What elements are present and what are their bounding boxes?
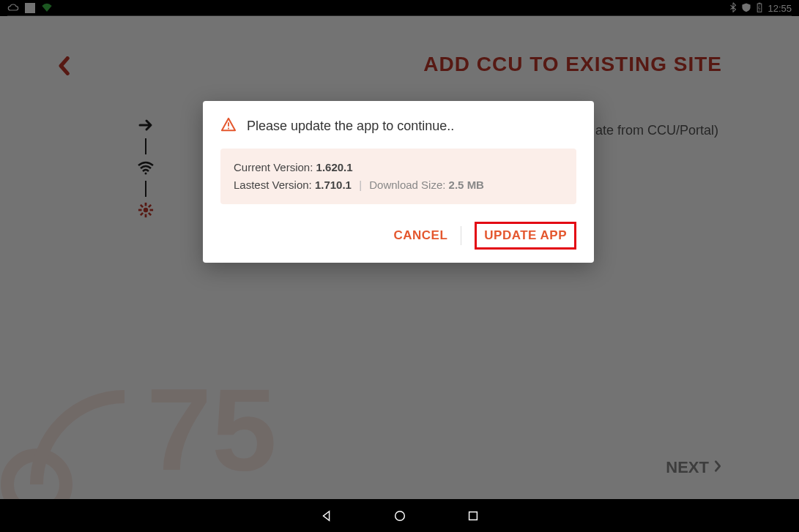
- download-size-label: Download Size:: [369, 179, 445, 191]
- latest-version-value: 1.710.1: [315, 179, 352, 191]
- latest-version-label: Lastest Version:: [234, 179, 312, 191]
- update-modal: Please update the app to continue.. Curr…: [203, 101, 594, 263]
- android-nav-bar: [0, 499, 799, 532]
- svg-rect-15: [228, 128, 229, 130]
- svg-rect-14: [228, 122, 229, 126]
- svg-point-16: [395, 511, 404, 520]
- nav-back-button[interactable]: [319, 509, 334, 523]
- update-app-button[interactable]: UPDATE APP: [475, 222, 576, 250]
- cancel-button[interactable]: CANCEL: [393, 228, 447, 243]
- svg-rect-17: [469, 512, 477, 520]
- version-info-box: Current Version: 1.620.1 Lastest Version…: [220, 149, 576, 204]
- nav-home-button[interactable]: [393, 509, 407, 523]
- download-size-value: 2.5 MB: [449, 179, 484, 191]
- warning-icon: [220, 117, 237, 135]
- modal-title: Please update the app to continue..: [247, 119, 454, 134]
- current-version-value: 1.620.1: [316, 161, 353, 173]
- nav-recent-button[interactable]: [466, 509, 480, 523]
- current-version-label: Current Version:: [234, 161, 313, 173]
- separator: |: [359, 179, 362, 191]
- action-divider: [461, 226, 461, 245]
